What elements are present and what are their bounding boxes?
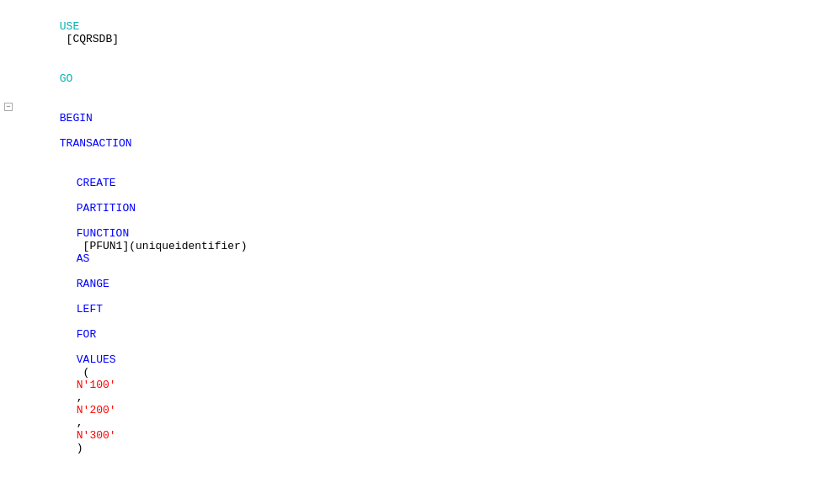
sp-11: ) xyxy=(77,442,83,454)
line-6 xyxy=(0,483,821,498)
ident-cqrsdb: [CQRSDB] xyxy=(60,33,119,45)
sp-4 xyxy=(77,265,83,278)
line-content-3: BEGIN TRANSACTION xyxy=(17,99,821,162)
sp-9: , xyxy=(77,391,90,404)
sp-3 xyxy=(77,215,83,227)
kw-as: AS xyxy=(77,252,90,265)
line-1: USE [CQRSDB] xyxy=(0,7,821,59)
collapse-btn-1[interactable]: − xyxy=(4,103,13,111)
kw-for: FOR xyxy=(77,328,96,341)
kw-go: GO xyxy=(60,72,73,85)
kw-partition-1: PARTITION xyxy=(77,202,136,215)
gutter-2 xyxy=(0,60,17,61)
kw-begin: BEGIN xyxy=(60,112,93,125)
kw-left: LEFT xyxy=(77,303,103,316)
gutter-6 xyxy=(0,484,17,485)
gutter-5 xyxy=(0,469,17,470)
sp-5 xyxy=(77,290,83,303)
kw-function: FUNCTION xyxy=(77,227,129,240)
line-content-4: CREATE PARTITION FUNCTION [PFUN1](unique… xyxy=(34,164,821,467)
gutter-3[interactable]: − xyxy=(0,99,17,111)
line-5 xyxy=(0,468,821,483)
ident-pfun1: [PFUN1](uniqueidentifier) xyxy=(77,240,254,252)
sp-7 xyxy=(77,341,83,353)
line-content-1: USE [CQRSDB] xyxy=(17,8,821,58)
line-4: CREATE PARTITION FUNCTION [PFUN1](unique… xyxy=(0,163,821,468)
sp-2 xyxy=(77,189,83,202)
sp-10: , xyxy=(77,416,90,429)
line-content-2: GO xyxy=(17,60,821,98)
line-7: CREATE PARTITION SCHEME [PSCH1] AS PARTI… xyxy=(0,498,821,504)
sp-1 xyxy=(60,125,67,137)
kw-transaction: TRANSACTION xyxy=(60,137,132,150)
line-2: GO xyxy=(0,59,821,98)
kw-range: RANGE xyxy=(77,278,109,290)
code-editor[interactable]: USE [CQRSDB] GO − BEGIN TRANSACTION CREA… xyxy=(0,0,821,504)
sp-6 xyxy=(77,316,83,328)
kw-values: VALUES xyxy=(77,353,116,366)
sp-8: ( xyxy=(77,366,90,379)
str-100: N'100' xyxy=(77,379,116,391)
gutter-1 xyxy=(0,8,17,8)
line-3: − BEGIN TRANSACTION xyxy=(0,98,821,163)
line-content-7: CREATE PARTITION SCHEME [PSCH1] AS PARTI… xyxy=(34,499,821,504)
kw-use: USE xyxy=(60,20,79,33)
gutter-4 xyxy=(17,164,34,165)
str-300: N'300' xyxy=(77,429,116,442)
str-200: N'200' xyxy=(77,404,116,416)
kw-create-1: CREATE xyxy=(77,177,116,189)
gutter-7 xyxy=(17,499,34,500)
